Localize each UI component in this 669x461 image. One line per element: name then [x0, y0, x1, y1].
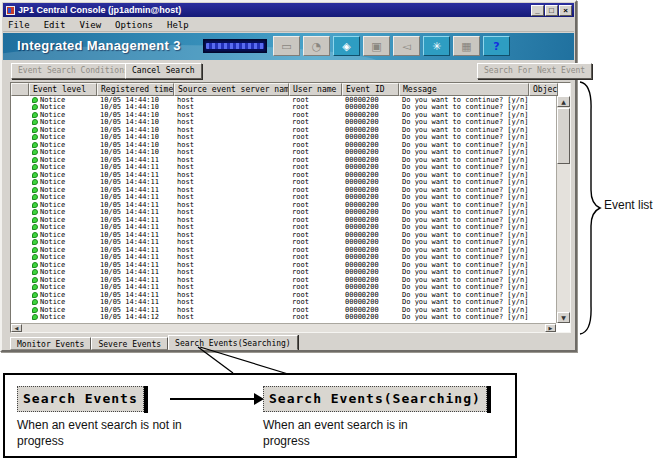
- table-row[interactable]: Notice10/05 14:44:12hostroot00000200Do y…: [11, 314, 556, 322]
- table-cell: Do you want to continue? [y/n]: [399, 313, 529, 321]
- window-title: JP1 Central Console (jp1admin@host): [18, 5, 531, 15]
- view-icon[interactable]: ◈: [333, 36, 360, 56]
- notice-level-icon: [32, 247, 38, 253]
- logout-icon: ▭: [273, 36, 300, 56]
- header-message[interactable]: Message: [399, 83, 529, 96]
- header-registered-time[interactable]: Registered time: [97, 83, 174, 96]
- minimize-button[interactable]: _: [531, 5, 544, 16]
- vertical-scroll-thumb[interactable]: [557, 108, 570, 164]
- table-cell: host: [174, 313, 289, 321]
- vertical-scrollbar[interactable]: ▲ ▼: [556, 96, 570, 323]
- table-cell: 10/05 14:44:12: [97, 313, 174, 321]
- menu-options[interactable]: Options: [115, 20, 153, 30]
- search-events-searching-tab-image: Search Events(Searching): [263, 386, 487, 412]
- hold-icon: ◔: [303, 36, 330, 56]
- search-burst-icon[interactable]: ✳: [423, 36, 450, 56]
- menu-view[interactable]: View: [79, 20, 101, 30]
- search-for-next-event-button[interactable]: Search For Next Event: [477, 63, 592, 79]
- notice-level-icon: [32, 127, 38, 133]
- notice-level-icon: [32, 202, 38, 208]
- table-header-row: Event level Registered time Source event…: [11, 83, 556, 96]
- monitor-icon: ▦: [453, 36, 480, 56]
- scroll-down-icon[interactable]: ▼: [557, 312, 570, 323]
- notice-level-icon: [32, 134, 38, 140]
- cell-event-level: Notice: [29, 313, 97, 321]
- menu-bar: File Edit View Options Help: [3, 18, 574, 32]
- notice-level-icon: [32, 187, 38, 193]
- notice-level-icon: [32, 172, 38, 178]
- notice-level-icon: [32, 217, 38, 223]
- header-user-name[interactable]: User name: [289, 83, 342, 96]
- table-cell: root: [289, 313, 342, 321]
- notice-level-icon: [32, 269, 38, 275]
- menu-file[interactable]: File: [8, 20, 30, 30]
- notice-level-icon: [32, 164, 38, 170]
- event-list-label: Event list: [604, 198, 653, 212]
- caption-in-progress: When an event search is in progress: [263, 417, 413, 449]
- search-events-tab-image: Search Events: [17, 386, 144, 412]
- cancel-search-button[interactable]: Cancel Search: [125, 63, 202, 79]
- notice-level-icon: [32, 232, 38, 238]
- pointer-icon: ◅: [393, 36, 420, 56]
- notice-level-icon: [32, 97, 38, 103]
- notice-level-icon: [32, 254, 38, 260]
- maximize-button[interactable]: □: [545, 5, 558, 16]
- header-source-server[interactable]: Source event server name: [174, 83, 289, 96]
- tab-callout-lines: [190, 344, 300, 376]
- banner: Integrated Management 3 ▭◔◈▣◅✳▦?: [3, 33, 574, 60]
- title-bar[interactable]: JP1 Central Console (jp1admin@host) _ □ …: [3, 3, 574, 17]
- action-row: Event Search Conditions... Cancel Search…: [3, 60, 574, 82]
- toolbar: ▭◔◈▣◅✳▦?: [273, 36, 510, 56]
- notice-level-icon: [32, 119, 38, 125]
- table-cell: 00000200: [342, 313, 399, 321]
- header-object[interactable]: Object: [529, 83, 558, 96]
- caption-not-in-progress: When an event search is not in progress: [17, 417, 207, 449]
- screenshot-stage: JP1 Central Console (jp1admin@host) _ □ …: [0, 0, 669, 461]
- menu-help[interactable]: Help: [167, 20, 189, 30]
- notice-level-icon: [32, 179, 38, 185]
- event-list-brace: [578, 80, 604, 336]
- notice-level-icon: [32, 157, 38, 163]
- notice-level-icon: [32, 142, 38, 148]
- notice-level-icon: [32, 239, 38, 245]
- notice-level-icon: [32, 307, 38, 313]
- notice-level-icon: [32, 149, 38, 155]
- notice-level-icon: [32, 194, 38, 200]
- scroll-left-icon[interactable]: ◀: [11, 324, 22, 332]
- notice-level-icon: [32, 314, 38, 320]
- menu-edit[interactable]: Edit: [44, 20, 66, 30]
- notice-level-icon: [32, 284, 38, 290]
- app-icon: [6, 6, 15, 15]
- jp1-central-console-window: JP1 Central Console (jp1admin@host) _ □ …: [0, 0, 577, 352]
- notice-level-icon: [32, 299, 38, 305]
- event-list-table: Event level Registered time Source event…: [10, 82, 571, 333]
- help-icon[interactable]: ?: [483, 36, 510, 56]
- notice-level-icon: [32, 224, 38, 230]
- horizontal-scrollbar[interactable]: ◀ ▶: [11, 323, 556, 332]
- header-blank[interactable]: [11, 83, 29, 96]
- transition-arrow: [170, 398, 256, 400]
- tab-monitor-events[interactable]: Monitor Events: [10, 337, 91, 350]
- close-button[interactable]: ×: [559, 5, 572, 16]
- window-icon: ▣: [363, 36, 390, 56]
- banner-title: Integrated Management 3: [17, 38, 181, 53]
- search-progress-bar: [203, 39, 267, 53]
- notice-level-icon: [32, 112, 38, 118]
- notice-level-icon: [32, 262, 38, 268]
- notice-level-icon: [32, 104, 38, 110]
- notice-level-icon: [32, 292, 38, 298]
- notice-level-icon: [32, 277, 38, 283]
- search-tab-note-box: Search Events Search Events(Searching) W…: [3, 373, 517, 458]
- scroll-up-icon[interactable]: ▲: [557, 96, 570, 107]
- header-event-level[interactable]: Event level: [29, 83, 97, 96]
- header-event-id[interactable]: Event ID: [342, 83, 399, 96]
- tab-severe-events[interactable]: Severe Events: [91, 337, 168, 350]
- notice-level-icon: [32, 209, 38, 215]
- scroll-right-icon[interactable]: ▶: [545, 324, 556, 332]
- table-body: Notice10/05 14:44:10hostroot00000200Do y…: [11, 96, 556, 323]
